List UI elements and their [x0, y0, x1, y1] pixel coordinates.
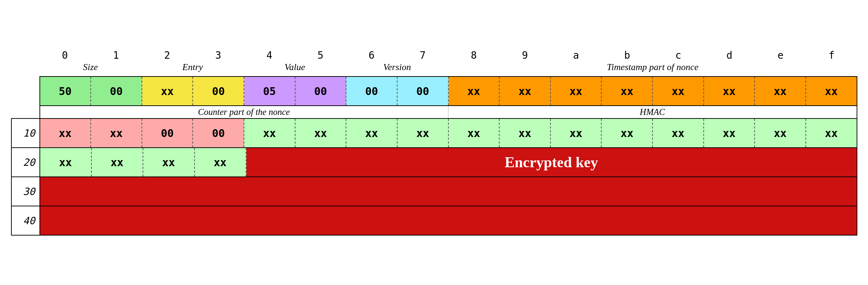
cell-00-0: 50	[40, 77, 91, 105]
cell-00-4: 05	[244, 77, 295, 105]
encrypted-key-label: Encrypted key	[246, 148, 857, 176]
row-00: 5000xx0005000000xxxxxxxxxxxxxxxx	[39, 77, 857, 106]
cell-10-5: xx	[295, 119, 347, 147]
cell-20-3: xx	[195, 148, 246, 176]
cell-10-10: xx	[551, 119, 602, 147]
cell-10-1: xx	[91, 119, 142, 147]
col-num-a: a	[550, 49, 602, 62]
cell-10-9: xx	[500, 119, 551, 147]
col-num-0: 0	[39, 49, 91, 62]
cell-10-7: xx	[398, 119, 449, 147]
col-num-c: c	[653, 49, 704, 62]
hmac-label: HMAC	[448, 106, 857, 118]
row-10-label: 10	[12, 119, 40, 147]
cell-20-2: xx	[143, 148, 195, 176]
row-10-wrapper: 10 xxxx0000xxxxxxxxxxxxxxxxxxxxxxxx	[11, 118, 857, 148]
col-num-1: 1	[90, 49, 142, 62]
cell-00-1: 00	[91, 77, 142, 105]
row-30-encrypted	[40, 177, 857, 206]
label-row: SizeEntryValueVersionTimestamp part of n…	[39, 62, 857, 75]
col-num-3: 3	[193, 49, 244, 62]
cell-20-0: xx	[40, 148, 92, 176]
col-num-f: f	[806, 49, 857, 62]
cell-00-8: xx	[449, 77, 500, 105]
cell-10-13: xx	[704, 119, 755, 147]
annotation-row: Counter part of the nonce HMAC	[39, 106, 857, 118]
cell-10-3: 00	[193, 119, 244, 147]
cell-00-15: xx	[806, 77, 857, 105]
cell-10-12: xx	[653, 119, 704, 147]
cell-10-6: xx	[346, 119, 398, 147]
col-num-d: d	[704, 49, 755, 62]
col-headers: 0123456789abcdef	[39, 49, 857, 62]
row-30-wrapper: 30	[11, 177, 857, 206]
cell-00-3: 00	[193, 77, 244, 105]
cell-10-11: xx	[602, 119, 653, 147]
label-entry: Entry	[142, 62, 244, 75]
col-num-6: 6	[346, 49, 397, 62]
cell-00-5: 00	[295, 77, 347, 105]
cell-00-9: xx	[500, 77, 551, 105]
diagram: 0123456789abcdef SizeEntryValueVersionTi…	[11, 42, 857, 243]
label-value: Value	[244, 62, 346, 75]
col-num-2: 2	[142, 49, 193, 62]
row-40-encrypted	[40, 206, 857, 235]
cell-00-10: xx	[551, 77, 602, 105]
cell-10-0: xx	[40, 119, 91, 147]
col-num-4: 4	[244, 49, 295, 62]
row-40-label: 40	[12, 206, 40, 235]
counter-label: Counter part of the nonce	[40, 106, 448, 118]
col-num-e: e	[755, 49, 806, 62]
cell-00-6: 00	[346, 77, 398, 105]
col-num-5: 5	[295, 49, 346, 62]
cell-10-4: xx	[244, 119, 295, 147]
cell-00-12: xx	[653, 77, 704, 105]
cell-00-14: xx	[755, 77, 806, 105]
row-20-label: 20	[12, 148, 40, 176]
col-num-b: b	[602, 49, 653, 62]
col-num-7: 7	[397, 49, 448, 62]
label-timestamp_part_of_nonce: Timestamp part of nonce	[448, 62, 857, 75]
row-30-label: 30	[12, 177, 40, 206]
cell-10-15: xx	[806, 119, 857, 147]
col-num-8: 8	[448, 49, 500, 62]
row-40-wrapper: 40	[11, 206, 857, 236]
row-20-wrapper: 20 xxxxxxxxEncrypted key	[11, 148, 857, 177]
cell-00-7: 00	[398, 77, 449, 105]
cell-10-2: 00	[142, 119, 193, 147]
cell-00-13: xx	[704, 77, 755, 105]
col-num-9: 9	[499, 49, 550, 62]
cell-10-14: xx	[755, 119, 806, 147]
cell-00-2: xx	[142, 77, 193, 105]
label-version: Version	[346, 62, 448, 75]
cell-10-8: xx	[449, 119, 500, 147]
cell-20-1: xx	[92, 148, 143, 176]
label-size: Size	[39, 62, 142, 75]
cell-00-11: xx	[602, 77, 653, 105]
